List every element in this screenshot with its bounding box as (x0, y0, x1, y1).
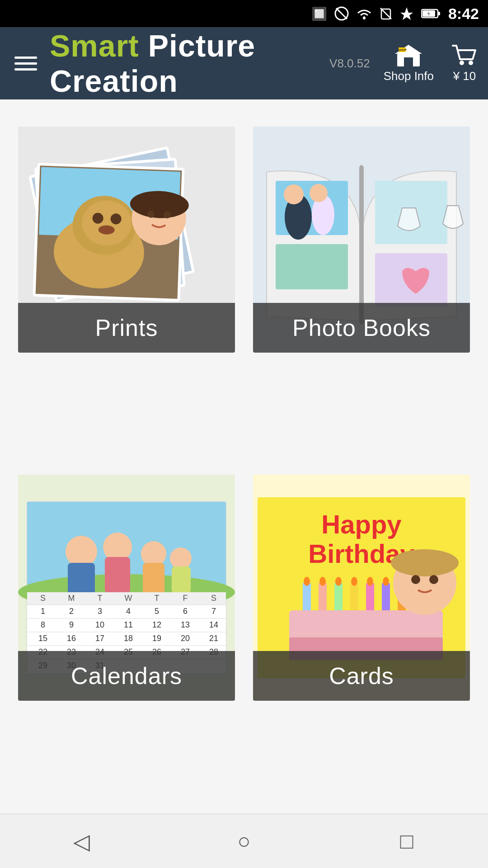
svg-rect-99 (334, 583, 343, 610)
svg-point-117 (411, 575, 420, 584)
svg-point-45 (141, 541, 166, 566)
svg-text:9: 9 (69, 620, 74, 629)
airplane-icon (399, 6, 414, 21)
hamburger-line-3 (14, 68, 37, 71)
svg-text:1: 1 (41, 607, 45, 616)
svg-text:17: 17 (95, 634, 104, 643)
photo-books-card[interactable]: Photo Books (253, 127, 470, 353)
svg-text:8: 8 (41, 620, 45, 629)
battery-icon (421, 8, 441, 19)
svg-text:7: 7 (211, 607, 216, 616)
svg-point-14 (469, 61, 473, 65)
photo-books-label: Photo Books (253, 303, 470, 353)
svg-text:19: 19 (152, 634, 161, 643)
svg-point-109 (367, 577, 373, 586)
svg-text:11: 11 (124, 620, 133, 629)
recent-apps-button[interactable]: □ (389, 823, 425, 859)
svg-point-105 (304, 577, 310, 586)
svg-rect-6 (438, 12, 440, 15)
svg-rect-44 (105, 557, 130, 593)
svg-text:F: F (183, 594, 188, 603)
svg-text:10: 10 (95, 620, 104, 629)
svg-text:S: S (40, 594, 46, 603)
back-button[interactable]: ◁ (63, 823, 99, 859)
product-grid: Prints (0, 99, 488, 814)
hamburger-line-2 (14, 62, 37, 65)
svg-rect-98 (319, 583, 327, 610)
svg-point-110 (383, 577, 389, 586)
svg-point-41 (66, 536, 97, 567)
status-time: 8:42 (448, 5, 479, 23)
home-button[interactable]: ○ (226, 823, 262, 859)
svg-text:13: 13 (181, 620, 190, 629)
svg-text:4: 4 (126, 607, 131, 616)
bottom-navigation: ◁ ○ □ (0, 814, 488, 868)
svg-text:3: 3 (98, 607, 102, 616)
svg-point-106 (319, 577, 326, 586)
svg-text:21: 21 (209, 634, 218, 643)
svg-point-47 (170, 547, 192, 569)
svg-text:M: M (68, 594, 75, 603)
svg-text:15: 15 (38, 634, 47, 643)
shop-icon: SHOP (395, 44, 422, 67)
svg-text:2: 2 (69, 607, 74, 616)
sim-off-icon (380, 7, 392, 20)
svg-point-2 (363, 17, 366, 19)
no-signal-icon (334, 6, 349, 21)
hamburger-button[interactable] (11, 53, 41, 74)
app-title: Smart Picture Creation (50, 28, 320, 99)
shop-info-button[interactable]: SHOP Shop Info (384, 44, 434, 83)
svg-text:16: 16 (67, 634, 76, 643)
version-label: V8.0.52 (329, 57, 370, 71)
svg-text:6: 6 (183, 607, 188, 616)
cart-icon (452, 44, 477, 67)
svg-text:W: W (125, 594, 132, 603)
svg-point-107 (335, 577, 342, 586)
shop-info-label: Shop Info (384, 69, 434, 83)
svg-rect-97 (303, 583, 311, 610)
svg-point-118 (429, 575, 438, 584)
calendars-card[interactable]: S M T W T F S 1 2 3 4 5 6 7 (18, 475, 235, 701)
svg-rect-34 (276, 244, 348, 289)
recent-apps-icon: □ (400, 829, 413, 854)
bluetooth-icon: 🔲 (311, 6, 327, 21)
wifi-icon (356, 7, 372, 20)
svg-text:SHOP: SHOP (398, 48, 407, 52)
svg-rect-100 (350, 583, 358, 610)
status-bar: 🔲 8:42 (0, 0, 488, 27)
svg-text:Happy: Happy (321, 509, 401, 539)
title-smart: Smart (50, 28, 139, 63)
app-header: Smart Picture Creation V8.0.52 SHOP Shop… (0, 27, 488, 99)
svg-rect-46 (143, 563, 164, 594)
svg-rect-102 (382, 583, 390, 610)
svg-text:14: 14 (209, 620, 218, 629)
hamburger-line-1 (14, 57, 37, 59)
back-icon: ◁ (73, 829, 90, 854)
cart-label: ¥ 10 (453, 69, 476, 83)
greeting-cards-card[interactable]: Happy Birthday (253, 475, 470, 701)
svg-text:T: T (98, 594, 103, 603)
svg-point-108 (351, 577, 357, 586)
svg-rect-48 (172, 566, 191, 594)
cards-label: Cards (253, 651, 470, 701)
svg-point-13 (460, 61, 464, 65)
svg-text:18: 18 (124, 634, 133, 643)
status-icons: 🔲 8:42 (311, 5, 479, 23)
svg-point-31 (284, 184, 304, 204)
svg-text:12: 12 (152, 620, 161, 629)
svg-text:S: S (211, 594, 216, 603)
prints-card[interactable]: Prints (18, 127, 235, 353)
svg-rect-10 (404, 57, 413, 66)
svg-line-1 (336, 8, 347, 19)
svg-point-116 (391, 549, 459, 576)
svg-rect-101 (366, 583, 374, 610)
home-icon: ○ (238, 829, 251, 854)
svg-text:T: T (155, 594, 160, 603)
calendars-label: Calendars (18, 651, 235, 701)
prints-label: Prints (18, 303, 235, 353)
svg-text:5: 5 (155, 607, 159, 616)
svg-point-33 (310, 184, 328, 202)
svg-text:20: 20 (181, 634, 190, 643)
cart-button[interactable]: ¥ 10 (452, 44, 477, 83)
